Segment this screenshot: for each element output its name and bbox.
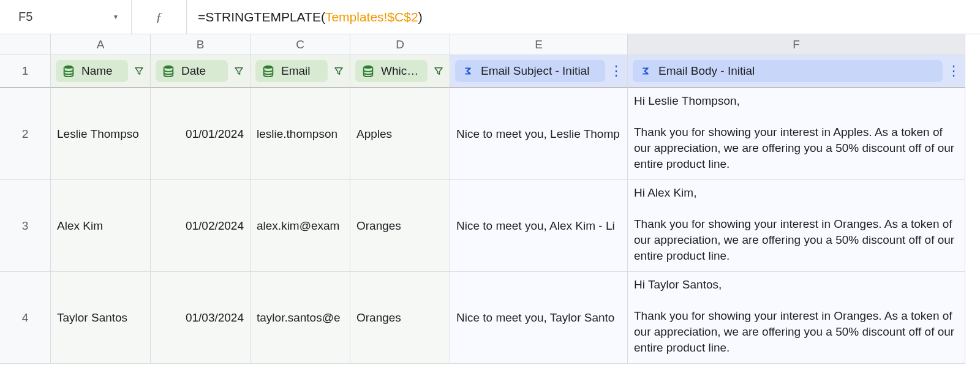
cell-email[interactable]: taylor.santos@e [251, 272, 350, 364]
filter-icon[interactable] [333, 66, 345, 77]
header-cell-a[interactable]: Name [51, 55, 151, 88]
cell-subject[interactable]: Nice to meet you, Taylor Santo [450, 272, 628, 364]
formula-prefix: =STRINGTEMPLATE( [198, 10, 325, 24]
formula-ref: Templates!$C$2 [325, 10, 418, 24]
fx-icon: ƒ [132, 0, 187, 34]
cell-name[interactable]: Alex Kim [51, 180, 151, 272]
column-menu-icon[interactable]: ⋮ [948, 63, 960, 79]
cell-which[interactable]: Apples [350, 88, 450, 180]
filter-icon[interactable] [133, 66, 145, 77]
column-menu-icon[interactable]: ⋮ [610, 63, 622, 79]
column-header-d[interactable]: D [350, 34, 450, 55]
column-header-a[interactable]: A [51, 34, 151, 55]
cell-name[interactable]: Taylor Santos [51, 272, 151, 364]
database-icon [361, 64, 375, 78]
database-icon [162, 64, 175, 78]
column-title: Email [281, 64, 322, 78]
header-cell-e[interactable]: Email Subject - Initial ⋮ [450, 55, 628, 88]
filter-icon[interactable] [432, 66, 445, 77]
column-title: Email Body - Initial [658, 64, 937, 78]
cell-date[interactable]: 01/02/2024 [151, 180, 251, 272]
header-cell-d[interactable]: Which… [350, 55, 450, 88]
row-header-1[interactable]: 1 [0, 55, 51, 88]
cell-which[interactable]: Oranges [350, 272, 450, 364]
header-cell-f[interactable]: Email Body - Initial ⋮ [628, 55, 965, 88]
cell-subject[interactable]: Nice to meet you, Alex Kim - Li [450, 180, 628, 272]
column-header-e[interactable]: E [450, 34, 628, 55]
formula-suffix: ) [418, 10, 423, 24]
header-cell-b[interactable]: Date [151, 55, 251, 88]
column-header-f[interactable]: F [628, 34, 965, 55]
cell-subject[interactable]: Nice to meet you, Leslie Thomp [450, 88, 628, 180]
sigma-icon [639, 64, 652, 78]
database-icon [262, 64, 275, 78]
column-header-b[interactable]: B [151, 34, 251, 55]
cell-email[interactable]: leslie.thompson [251, 88, 350, 180]
cell-which[interactable]: Oranges [350, 180, 450, 272]
cell-date[interactable]: 01/03/2024 [151, 272, 251, 364]
spreadsheet-grid[interactable]: ABCDEF1 Name Date Email Which… Email Sub… [0, 34, 980, 364]
database-icon [62, 64, 75, 78]
row-header-3[interactable]: 3 [0, 180, 51, 272]
header-cell-c[interactable]: Email [251, 55, 350, 88]
column-title: Date [181, 64, 222, 78]
column-title: Which… [381, 64, 421, 78]
cell-name[interactable]: Leslie Thompso [51, 88, 151, 180]
chevron-down-icon[interactable]: ▼ [113, 13, 119, 20]
cell-body[interactable]: Hi Alex Kim,Thank you for showing your i… [628, 180, 965, 272]
select-all-corner[interactable] [0, 34, 51, 55]
cell-email[interactable]: alex.kim@exam [251, 180, 350, 272]
filter-icon[interactable] [233, 66, 245, 77]
name-box[interactable]: F5 ▼ [0, 0, 132, 34]
cell-date[interactable]: 01/01/2024 [151, 88, 251, 180]
cell-body[interactable]: Hi Taylor Santos,Thank you for showing y… [628, 272, 965, 364]
column-header-c[interactable]: C [251, 34, 350, 55]
active-cell-ref: F5 [18, 10, 32, 24]
formula-input[interactable]: =STRINGTEMPLATE(Templates!$C$2) [187, 10, 980, 24]
column-title: Email Subject - Initial [481, 64, 599, 78]
sigma-icon [461, 64, 475, 78]
cell-body[interactable]: Hi Leslie Thompson,Thank you for showing… [628, 88, 965, 180]
formula-bar: F5 ▼ ƒ =STRINGTEMPLATE(Templates!$C$2) [0, 0, 980, 34]
column-title: Name [81, 64, 122, 78]
row-header-4[interactable]: 4 [0, 272, 51, 364]
row-header-2[interactable]: 2 [0, 88, 51, 180]
